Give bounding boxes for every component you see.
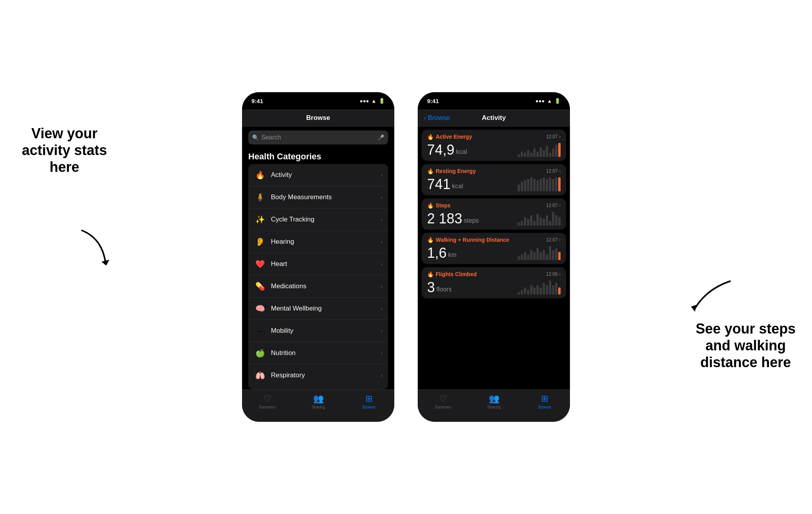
chart-bar: [530, 177, 532, 191]
cycle-tracking-chevron-icon: ›: [381, 216, 383, 223]
chart-bar: [536, 285, 539, 294]
metric-card-resting-energy[interactable]: 🔥Resting Energy12:07 ›741kcal: [422, 164, 566, 195]
mic-icon[interactable]: 🎤: [378, 134, 384, 141]
activity-label: Activity: [271, 171, 376, 179]
chart-bar: [533, 179, 536, 191]
metric-unit-walking-running-distance: km: [448, 252, 456, 259]
nutrition-label: Nutrition: [271, 349, 376, 357]
chart-bar: [521, 221, 523, 226]
heart-icon: ❤️: [254, 258, 266, 270]
back-button[interactable]: ‹ Browse: [424, 114, 450, 122]
metric-title-text-flights-climbed: Flights Climbed: [436, 271, 477, 277]
activity-icon: 🔥: [254, 169, 266, 181]
chart-bar: [521, 152, 523, 157]
metric-card-active-energy[interactable]: 🔥Active Energy12:07 ›74,9kcal: [422, 130, 566, 161]
category-item-cycle-tracking[interactable]: ✨Cycle Tracking›: [248, 209, 388, 231]
tab-sharing[interactable]: 👥Sharing: [468, 394, 519, 409]
left-annotation: View your activity stats here: [12, 125, 117, 176]
metric-time-resting-energy: 12:07 ›: [546, 168, 561, 174]
mini-chart-walking-running-distance: [518, 245, 561, 260]
chart-bar: [536, 180, 539, 191]
browse-title: Browse: [306, 114, 330, 122]
tab-sharing-icon: 👥: [313, 394, 324, 404]
chart-bar: [527, 290, 529, 294]
chart-bar: [530, 285, 532, 294]
tab-sharing[interactable]: 👥Sharing: [293, 394, 344, 409]
nutrition-icon: 🍏: [254, 347, 266, 359]
chart-bar: [558, 287, 561, 294]
metric-card-steps[interactable]: 🔥Steps12:07 ›2 183steps: [422, 198, 566, 230]
chart-bar: [524, 287, 526, 294]
metric-card-walking-running-distance[interactable]: 🔥Walking + Running Distance12:07 ›1,6km: [422, 233, 566, 264]
flame-icon-flights-climbed: 🔥: [427, 271, 434, 277]
heart-chevron-icon: ›: [381, 261, 383, 267]
chart-bar: [524, 153, 526, 157]
category-item-hearing[interactable]: 👂Hearing›: [248, 231, 388, 253]
metric-title-flights-climbed: 🔥Flights Climbed: [427, 271, 477, 277]
category-item-heart[interactable]: ❤️Heart›: [248, 253, 388, 275]
chart-bar: [555, 215, 557, 226]
metric-title-steps: 🔥Steps: [427, 202, 451, 209]
tab-browse[interactable]: ⊞Browse: [344, 394, 394, 409]
chart-bar: [518, 256, 520, 260]
mobility-icon: ↔️: [254, 325, 266, 337]
metric-time-steps: 12:07 ›: [546, 203, 561, 208]
chart-bar: [555, 248, 557, 260]
hearing-icon: 👂: [254, 236, 266, 248]
chart-bar: [543, 150, 545, 157]
chart-bar: [533, 221, 536, 226]
metric-title-text-resting-energy: Resting Energy: [436, 168, 476, 174]
scene: View your activity stats here 9:41 ●●● ▲…: [0, 0, 812, 514]
metric-time-active-energy: 12:07 ›: [546, 134, 561, 139]
respiratory-icon: 🫁: [254, 369, 266, 382]
metric-value-walking-running-distance: 1,6: [427, 246, 447, 260]
category-item-body-measurements[interactable]: 🧍Body Measurements›: [248, 186, 388, 209]
signal-icon-r: ●●●: [536, 98, 545, 104]
mini-chart-steps: [518, 210, 561, 226]
chart-bar: [540, 179, 542, 191]
chart-bar: [521, 290, 523, 294]
chart-bar: [527, 150, 529, 157]
metric-unit-resting-energy: kcal: [452, 183, 463, 190]
chart-bar: [530, 153, 532, 157]
tab-summary-label: Summary: [435, 405, 452, 409]
flame-icon-steps: 🔥: [427, 202, 434, 209]
hearing-label: Hearing: [271, 238, 376, 246]
chart-bar: [555, 177, 557, 191]
chart-bar: [540, 287, 542, 294]
metric-time-flights-climbed: 12:06 ›: [546, 271, 561, 277]
chart-bar: [555, 283, 557, 294]
status-bar-left: 9:41 ●●● ▲ 🔋: [242, 92, 394, 109]
chart-bar: [546, 215, 548, 226]
tab-browse[interactable]: ⊞Browse: [519, 394, 570, 409]
category-item-mobility[interactable]: ↔️Mobility›: [248, 320, 388, 342]
search-bar[interactable]: 🔍 Search 🎤: [248, 130, 388, 145]
chart-bar: [546, 179, 548, 191]
chart-bar: [549, 177, 551, 191]
status-icons-right: ●●● ▲ 🔋: [536, 98, 561, 104]
tab-summary-icon: ♡: [439, 394, 447, 404]
medications-chevron-icon: ›: [381, 283, 383, 289]
chart-bar: [552, 285, 554, 294]
tab-summary[interactable]: ♡Summary: [242, 394, 293, 409]
mobility-label: Mobility: [271, 327, 376, 335]
category-item-mental-wellbeing[interactable]: 🧠Mental Wellbeing›: [248, 298, 388, 320]
metric-title-text-active-energy: Active Energy: [436, 134, 472, 140]
category-item-nutrition[interactable]: 🍏Nutrition›: [248, 342, 388, 364]
category-item-activity[interactable]: 🔥Activity›: [248, 164, 388, 186]
tab-summary[interactable]: ♡Summary: [418, 394, 468, 409]
body-measurements-label: Body Measurements: [271, 193, 376, 201]
back-label: Browse: [428, 114, 450, 122]
chart-bar: [524, 252, 526, 260]
chart-bar: [533, 252, 536, 260]
category-item-respiratory[interactable]: 🫁Respiratory›: [248, 364, 388, 386]
category-item-medications[interactable]: 💊Medications›: [248, 275, 388, 298]
chart-bar: [555, 145, 557, 157]
search-placeholder: Search: [261, 134, 375, 141]
metric-card-flights-climbed[interactable]: 🔥Flights Climbed12:06 ›3floors: [422, 267, 566, 298]
tab-sharing-label: Sharing: [312, 405, 325, 409]
status-icons-left: ●●● ▲ 🔋: [360, 98, 385, 104]
chart-bar: [530, 250, 532, 260]
status-time-left: 9:41: [251, 98, 263, 104]
respiratory-chevron-icon: ›: [381, 372, 383, 378]
